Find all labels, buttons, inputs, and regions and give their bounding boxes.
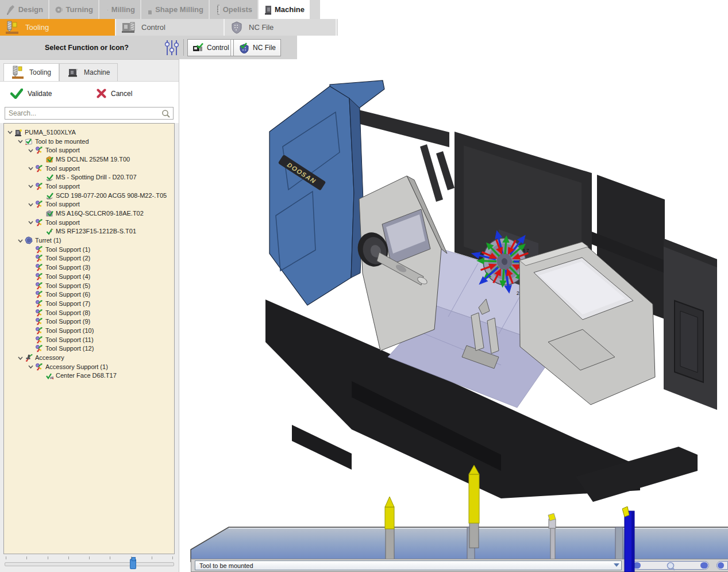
divider (230, 39, 231, 56)
tree-item[interactable]: Tool Support (1) (4, 245, 174, 254)
tab-machine[interactable]: Machine (259, 0, 310, 19)
tray-zoom-slider[interactable] (632, 561, 710, 570)
tree-item[interactable]: Tool Support (10) (4, 326, 174, 335)
subtab-ncfile-label: NC File (249, 23, 274, 32)
tray-tool-drill-1[interactable] (385, 497, 394, 562)
panel-tab-machine-label: Machine (84, 68, 110, 76)
search-icon[interactable] (161, 109, 171, 118)
ncfile-check-icon (238, 43, 250, 53)
tree-item[interactable]: Tool Support (11) (4, 335, 174, 344)
tree-item[interactable]: Accessory (4, 353, 174, 362)
tree-item[interactable]: MS A16Q-SCLCR09-18AE.T02 (4, 209, 174, 218)
chevron-down-icon[interactable] (17, 354, 24, 362)
tool-support-icon (35, 272, 43, 281)
chevron-down-icon[interactable] (27, 147, 34, 154)
panel-tab-tooling[interactable]: Tooling (3, 63, 59, 81)
sliders-icon[interactable] (164, 39, 179, 59)
control-quick-button-label: Control (207, 44, 229, 52)
tray-scroll-stub[interactable] (717, 561, 728, 570)
tree-item[interactable]: Tool support (4, 164, 174, 173)
tree-item[interactable]: Accessory Support (1) (4, 362, 174, 371)
tree-item[interactable]: Tool to be mounted (4, 137, 174, 146)
tree-item[interactable]: Tool support (4, 218, 174, 227)
orange-box-check-icon (45, 155, 53, 163)
chevron-down-icon[interactable] (27, 363, 34, 370)
chevron-down-icon[interactable] (17, 237, 24, 244)
tray-tool-holder-blue[interactable] (622, 506, 637, 572)
panel-tab-bar: Tooling Machine (3, 63, 118, 81)
tree-zoom-slider[interactable] (5, 555, 174, 570)
tool-support-icon (35, 290, 43, 298)
panel-tab-machine[interactable]: Machine (59, 63, 118, 81)
enclosure-right-column (664, 239, 717, 410)
subtab-ncfile[interactable]: NC File (225, 19, 337, 36)
control-quick-button[interactable]: Control (187, 39, 234, 56)
tray-tool-drill-2[interactable] (469, 465, 479, 548)
svg-text:2: 2 (517, 290, 519, 296)
tool-support-icon (35, 263, 43, 271)
subtab-control[interactable]: Control (116, 19, 225, 36)
tree-item[interactable]: Tool support (4, 182, 174, 191)
center-face-icon (45, 371, 53, 379)
tab-turning[interactable]: Turning (49, 0, 99, 19)
chevron-down-icon[interactable] (6, 128, 14, 136)
machine-3d-viewport[interactable]: 8 7 T 6 T 5 4 3 2 DOOSAN (179, 59, 728, 572)
tab-design[interactable]: Design (0, 0, 49, 19)
tree-item[interactable]: Tool Support (3) (4, 263, 174, 272)
slider-track[interactable] (5, 562, 174, 566)
tree-item[interactable]: Tool Support (12) (4, 344, 174, 354)
ncfile-quick-button[interactable]: NC File (233, 39, 281, 56)
tool-filter-dropdown[interactable]: Tool to be mounted (195, 561, 622, 570)
slider-thumb[interactable] (130, 559, 136, 569)
tool-support-icon (35, 344, 43, 352)
cancel-x-icon (97, 89, 106, 98)
dropdown-arrow-icon[interactable] (614, 563, 619, 567)
chevron-down-icon[interactable] (27, 218, 34, 226)
tree-item[interactable]: Tool Support (5) (4, 281, 174, 290)
milling-icon (105, 4, 108, 16)
turning-icon (55, 4, 63, 16)
ncfile-subtab-icon (230, 21, 244, 34)
validate-button[interactable]: Validate (10, 89, 52, 99)
tree-item[interactable]: PUMA_5100XLYA (4, 128, 174, 137)
chevron-down-icon[interactable] (27, 201, 34, 208)
chevron-down-icon[interactable] (27, 182, 34, 190)
tab-milling[interactable]: Milling (99, 0, 141, 19)
tree-item[interactable]: MS - Spotting Drill - D20.T07 (4, 172, 174, 182)
cancel-button[interactable]: Cancel (97, 89, 132, 98)
tool-support-icon (35, 254, 43, 262)
flag-check-icon (45, 227, 53, 235)
validate-label: Validate (28, 90, 52, 98)
slider-right-cap[interactable] (700, 562, 708, 569)
tree-item[interactable]: SCD 198-077-200 ACG5 908-M22-.T05 (4, 191, 174, 200)
machine-3d-view[interactable]: 8 7 T 6 T 5 4 3 2 DOOSAN (179, 59, 728, 572)
machine-icon (14, 128, 22, 136)
headstock (353, 176, 447, 351)
tab-opelists[interactable]: Opelists (210, 0, 259, 19)
tree-item[interactable]: MS RF123F15-1212B-S.T01 (4, 227, 174, 236)
tool-check-icon (45, 173, 53, 181)
chevron-down-icon[interactable] (17, 137, 24, 145)
tree-item[interactable]: Tool Support (6) (4, 290, 174, 299)
tool-support-icon (35, 309, 43, 317)
svg-text:8 7: 8 7 (522, 248, 529, 254)
tree-item[interactable]: Turret (1) (4, 236, 174, 245)
turret-icon (25, 236, 33, 244)
tree-item[interactable]: Tool Support (7) (4, 299, 174, 308)
prompt-bar: Select Function or Icon? Control NC File (0, 36, 297, 59)
tree-item[interactable]: Tool support (4, 145, 174, 155)
subtab-control-label: Control (141, 23, 165, 32)
chevron-down-icon[interactable] (27, 164, 34, 172)
tree-item[interactable]: Tool Support (9) (4, 317, 174, 326)
tree-item[interactable]: MS DCLNL 2525M 19.T00 (4, 155, 174, 164)
tree-item[interactable]: Tool support (4, 200, 174, 209)
tree-item[interactable]: Center Face D68.T17 (4, 371, 174, 381)
tree-item[interactable]: Tool Support (8) (4, 308, 174, 317)
tree-item[interactable]: Tool Support (4) (4, 272, 174, 281)
search-input[interactable] (7, 108, 158, 118)
subtab-tooling[interactable]: Tooling (0, 19, 116, 36)
tab-milling-label: Milling (111, 5, 135, 14)
tree-item[interactable]: Tool Support (2) (4, 254, 174, 263)
tool-support-icon (35, 327, 43, 335)
tab-shape-milling[interactable]: Shape Milling (141, 0, 210, 19)
